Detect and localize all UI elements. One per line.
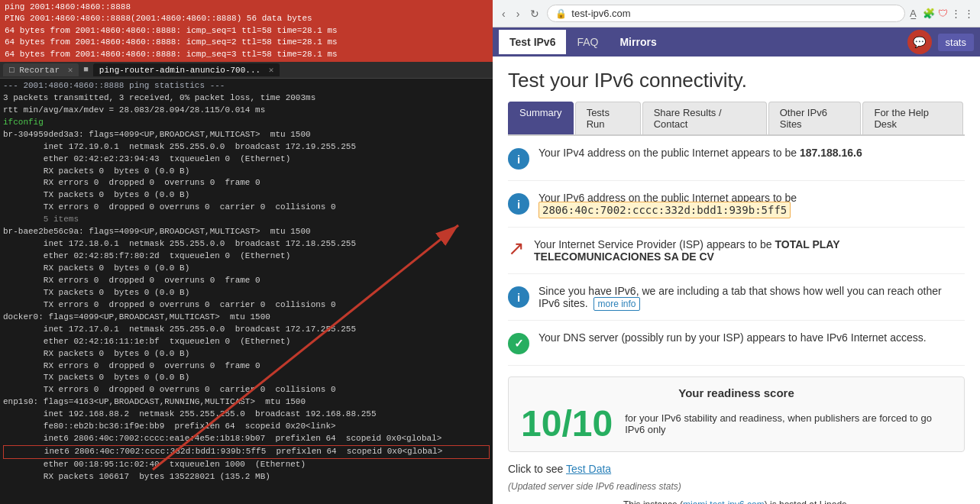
term-line: ether 02:42:16:11:1e:bf txqueuelen 0 (Et…: [3, 336, 490, 348]
checkmark-icon: ✓: [508, 333, 529, 354]
test-data-section: Click to see Test Data: [508, 463, 965, 475]
readiness-title: Your readiness score: [521, 386, 952, 399]
term-line: inet 172.18.0.1 netmask 255.255.0.0 broa…: [3, 238, 490, 250]
tab-tests-run[interactable]: Tests Run: [575, 102, 641, 134]
back-button[interactable]: ‹: [499, 6, 509, 21]
term-line: docker0: flags=4099<UP,BROADCAST,MULTICA…: [3, 312, 490, 324]
terminal-tabs: □ Recortar ✕ ■ ping-router-admin-anuncio…: [0, 62, 493, 79]
forward-button[interactable]: ›: [513, 6, 523, 21]
address-bar[interactable]: 🔒 test-ipv6.com: [547, 5, 905, 22]
updated-stats-text: (Updated server side IPv6 readiness stat…: [508, 481, 965, 492]
readiness-description: for your IPv6 stability and readiness, w…: [625, 412, 952, 435]
isp-info-row: ↗ Your Internet Service Provider (ISP) a…: [508, 238, 965, 274]
dns-info-row: ✓ Your DNS server (possibly run by your …: [508, 331, 965, 366]
nav-test-ipv6[interactable]: Test IPv6: [499, 30, 566, 54]
lock-icon: 🔒: [555, 8, 567, 19]
hosted-text: This instance (miami.test-ipv6.com) is h…: [508, 499, 965, 504]
term-line: inet 172.19.0.1 netmask 255.255.0.0 broa…: [3, 141, 490, 153]
nav-faq[interactable]: FAQ: [566, 30, 609, 54]
more-info-button[interactable]: more info: [593, 297, 639, 311]
term-line: TX errors 0 dropped 0 overruns 0 carrier…: [3, 202, 490, 214]
translate-icon[interactable]: A̲: [910, 8, 917, 19]
tab-summary[interactable]: Summary: [508, 102, 574, 134]
terminal-tab[interactable]: □ Recortar ✕: [3, 63, 79, 76]
term-line: 5 items: [3, 214, 490, 226]
extensions-icon[interactable]: 🧩: [923, 8, 935, 19]
chat-icon[interactable]: 💬: [907, 30, 932, 54]
term-line: enp1s0: flags=4163<UP,BROADCAST,RUNNING,…: [3, 396, 490, 409]
test-data-label: Click to see: [508, 463, 563, 475]
info-icon-3: i: [508, 286, 529, 308]
term-line: TX packets 0 bytes 0 (0.0 B): [3, 287, 490, 299]
term-line: RX packets 106617 bytes 135228021 (135.2…: [3, 471, 490, 483]
term-line: ether 02:42:e2:23:94:43 txqueuelen 0 (Et…: [3, 153, 490, 166]
ipv4-info-row: i Your IPv4 address on the public Intern…: [508, 147, 965, 181]
info-icon-1: i: [508, 148, 529, 170]
term-line: RX packets 0 bytes 0 (0.0 B): [3, 348, 490, 360]
term-line: br-baee2be56c9a: flags=4099<UP,BROADCAST…: [3, 226, 490, 238]
term-line: TX errors 0 dropped 0 overruns 0 carrier…: [3, 299, 490, 312]
term-line: TX errors 0 dropped 0 overruns 0 carrier…: [3, 384, 490, 396]
tab-separator: ■: [80, 63, 92, 76]
ipv6-info-row: i Your IPv6 address on the public Intern…: [508, 192, 965, 228]
term-line: TX packets 0 bytes 0 (0.0 B): [3, 189, 490, 202]
term-line: br-304959ded3a3: flags=4099<UP,BROADCAST…: [3, 129, 490, 141]
info-icon-2: i: [508, 193, 529, 215]
term-line: 64 bytes from 2001:4860:4860::8888: icmp…: [5, 49, 488, 60]
term-line: PING 2001:4860:4860::8888(2001:4860:4860…: [5, 13, 488, 24]
term-line: inet 192.168.88.2 netmask 255.255.255.0 …: [3, 409, 490, 421]
readiness-section: Your readiness score 10/10 for your IPv6…: [508, 376, 965, 452]
term-line: fe80::eb2b:bc36:1f9e:bb9 prefixlen 64 sc…: [3, 421, 490, 433]
refresh-button[interactable]: ↻: [527, 6, 542, 21]
ipv6-tab-info-row: i Since you have IPv6, we are including …: [508, 285, 965, 321]
terminal-panel: ping 2001:4860:4860::8888 PING 2001:4860…: [0, 0, 493, 504]
terminal-ping-output: ping 2001:4860:4860::8888 PING 2001:4860…: [0, 0, 493, 62]
page-content: Test your IPv6 connectivity. Summary Tes…: [493, 57, 980, 504]
url-text: test-ipv6.com: [571, 8, 630, 19]
tab-share-results[interactable]: Share Results / Contact: [642, 102, 767, 134]
red-arrow-icon: ↗: [508, 237, 525, 260]
term-line: ifconfig: [3, 117, 490, 129]
term-line: inet6 2806:40c:7002:cccc:ea1e:4e5e:1b18:…: [3, 433, 490, 445]
test-data-link[interactable]: Test Data: [566, 463, 611, 475]
browser-panel: ‹ › ↻ 🔒 test-ipv6.com A̲ 🧩 🛡 ⋮ ⋮ Test IP…: [493, 0, 980, 504]
readiness-score-row: 10/10 for your IPv6 stability and readin…: [521, 405, 952, 442]
dns-text: Your DNS server (possibly run by your IS…: [539, 331, 927, 344]
term-line: --- 2001:4860:4860::8888 ping statistics…: [3, 80, 490, 92]
terminal-body: --- 2001:4860:4860::8888 ping statistics…: [0, 79, 493, 485]
page-title: Test your IPv6 connectivity.: [508, 69, 965, 92]
ipv6-address: 2806:40c:7002:cccc:332d:bdd1:939b:5ff5: [539, 202, 791, 218]
menu-icon[interactable]: ⋮: [951, 8, 961, 19]
term-line: 3 packets transmitted, 3 received, 0% pa…: [3, 92, 490, 105]
term-line: RX errors 0 dropped 0 overruns 0 frame 0: [3, 177, 490, 189]
tab-other-ipv6-sites[interactable]: Other IPv6 Sites: [768, 102, 862, 134]
ipv6-text: Your IPv6 address on the public Internet…: [539, 192, 797, 216]
term-line: 64 bytes from 2001:4860:4860::8888: icmp…: [5, 25, 488, 37]
browser-toolbar-icons: A̲ 🧩 🛡 ⋮ ⋮: [910, 8, 974, 19]
term-line: RX packets 0 bytes 0 (0.0 B): [3, 263, 490, 275]
term-line: ether 00:18:95:1c:02:40 txqueuelen 1000 …: [3, 459, 490, 471]
term-line: RX errors 0 dropped 0 overruns 0 frame 0: [3, 275, 490, 287]
shield-icon[interactable]: 🛡: [938, 8, 948, 19]
terminal-tab-active[interactable]: ping-router-admin-anuncio-700... ✕: [93, 63, 280, 76]
content-tabs: Summary Tests Run Share Results / Contac…: [508, 102, 965, 136]
nav-mirrors[interactable]: Mirrors: [609, 30, 667, 54]
stats-button[interactable]: stats: [938, 34, 974, 51]
term-line: ping 2001:4860:4860::8888: [5, 2, 488, 13]
miami-link[interactable]: miami.test-ipv6.com: [683, 499, 765, 504]
term-line: inet 172.17.0.1 netmask 255.255.0.0 broa…: [3, 324, 490, 336]
site-navigation: Test IPv6 FAQ Mirrors 💬 stats: [493, 27, 980, 57]
grid-icon[interactable]: ⋮: [964, 8, 974, 19]
term-line: RX errors 0 dropped 0 overruns 0 frame 0: [3, 360, 490, 373]
tab-help-desk[interactable]: For the Help Desk: [862, 102, 963, 134]
ipv6-tab-text: Since you have IPv6, we are including a …: [539, 285, 965, 309]
browser-chrome: ‹ › ↻ 🔒 test-ipv6.com A̲ 🧩 🛡 ⋮ ⋮: [493, 0, 980, 27]
highlighted-ipv6-line: inet6 2806:40c:7002:cccc:332d:bdd1:939b:…: [3, 445, 490, 459]
term-line: ether 02:42:85:f7:80:2d txqueuelen 0 (Et…: [3, 250, 490, 263]
isp-text: Your Internet Service Provider (ISP) app…: [534, 238, 965, 263]
term-line: 64 bytes from 2001:4860:4860::8888: icmp…: [5, 37, 488, 48]
term-line: TX packets 0 bytes 0 (0.0 B): [3, 372, 490, 384]
readiness-score: 10/10: [521, 405, 613, 442]
term-line: RX packets 0 bytes 0 (0.0 B): [3, 166, 490, 178]
ipv4-text: Your IPv4 address on the public Internet…: [539, 147, 862, 159]
